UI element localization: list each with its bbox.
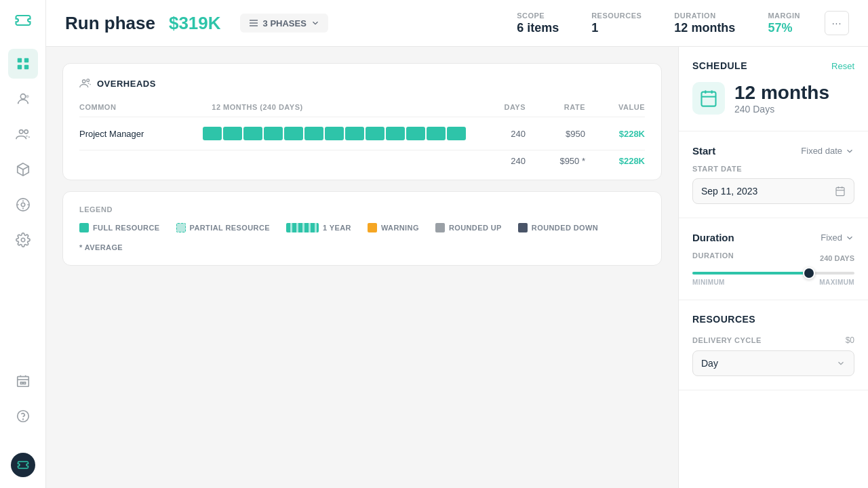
right-panel: SCHEDULE Reset 12 months 240 [678,47,868,488]
table-footer: 240 $950 * $228K [79,150,645,166]
svg-rect-11 [20,382,22,384]
sidebar-item-building[interactable] [8,366,38,396]
phases-label: 3 PHASES [263,18,307,28]
resources-title: Resources [692,314,755,325]
table-row: Project Manager [79,123,645,144]
more-button[interactable]: ··· [825,11,849,35]
legend-partial-resource: PARTIAL RESOURCE [176,223,270,232]
col-common: COMMON [79,103,206,111]
sidebar-logo[interactable] [14,11,33,33]
svg-point-19 [87,79,90,82]
schedule-months: 12 months [734,82,829,104]
chevron-down-icon-2 [845,233,854,243]
stat-resources: RESOURCES 1 [591,12,642,35]
resources-header: Resources [692,314,854,325]
calendar-icon [699,89,718,108]
user-avatar[interactable] [11,453,35,477]
legend-full-resource: FULL RESOURCE [79,223,160,232]
rounded-up-swatch [435,223,445,232]
start-field-row: Start Fixed date [692,145,854,157]
margin-value: 57% [768,21,800,35]
legend-title: LEGEND [79,205,645,214]
average-label: * AVERAGE [79,243,123,251]
col-period: 12 MONTHS (240 DAYS) [212,103,466,111]
legend-items: FULL RESOURCE PARTIAL RESOURCE 1 YEAR WA… [79,223,645,251]
stat-duration: DURATION 12 months [674,12,735,35]
duration-days-label: DURATION [692,251,734,260]
svg-rect-10 [17,377,28,387]
svg-point-6 [19,130,23,134]
reset-button[interactable]: Reset [831,61,854,71]
duration-days-row: DURATION 240 DAYS [692,251,854,265]
slider-track [692,272,854,274]
sidebar-item-dashboard[interactable] [8,49,38,79]
body-area: OVERHEADS COMMON 12 MONTHS (240 DAYS) DA… [46,47,868,488]
warning-swatch [368,223,377,232]
sidebar-item-settings[interactable] [8,225,38,255]
delivery-cycle-label: DELIVERY CYCLE [692,336,762,344]
gbar-13 [447,127,466,140]
gbar-9 [366,127,384,140]
row-rate: $950 [531,129,585,139]
overheads-icon [79,77,92,89]
gbar-11 [406,127,425,140]
sidebar-item-chat[interactable] [8,190,38,220]
partial-resource-swatch [176,223,186,232]
sidebar-item-users[interactable] [8,84,38,114]
gbar-8 [345,127,364,140]
start-date-label: START DATE [692,165,854,173]
footer-days: 240 [471,156,526,166]
overheads-card: OVERHEADS COMMON 12 MONTHS (240 DAYS) DA… [62,63,662,180]
header-value: $319K [169,13,221,34]
svg-point-8 [21,203,25,207]
phases-button[interactable]: 3 PHASES [240,14,328,33]
svg-rect-24 [836,188,844,196]
sidebar-item-box[interactable] [8,155,38,184]
schedule-header: SCHEDULE Reset [692,60,854,71]
duration-slider[interactable] [692,272,854,274]
delivery-cycle-value: $0 [846,336,854,345]
svg-rect-2 [17,65,21,69]
scope-value: 6 items [517,21,559,35]
rounded-down-swatch [518,223,528,232]
schedule-summary: 12 months 240 Days [692,82,854,115]
svg-point-18 [83,80,86,83]
svg-point-14 [22,419,23,420]
page-title: Run phase [65,13,155,34]
start-type-selector[interactable]: Fixed date [801,146,854,156]
legend-rounded-up: ROUNDED UP [435,223,502,232]
svg-rect-0 [17,58,21,62]
duration-type-selector[interactable]: Fixed [821,232,854,243]
col-value: VALUE [591,103,645,111]
start-label: Start [692,145,715,157]
start-section: Start Fixed date START DATE Sep 11, 2023 [679,131,868,218]
center-content: OVERHEADS COMMON 12 MONTHS (240 DAYS) DA… [46,47,678,488]
start-date-value: Sep 11, 2023 [701,186,757,197]
start-date-input[interactable]: Sep 11, 2023 [692,178,854,204]
stat-scope: SCOPE 6 items [517,12,559,35]
overheads-title: OVERHEADS [97,79,156,89]
warning-label: WARNING [381,224,419,232]
gbar-5 [284,127,303,140]
page-header: Run phase $319K 3 PHASES SCOPE 6 items R… [46,0,868,47]
row-days: 240 [471,129,526,139]
table-header: COMMON 12 MONTHS (240 DAYS) DAYS RATE VA… [79,100,645,117]
gbar-4 [264,127,283,140]
calendar-small-icon [835,186,846,197]
duration-field-label: Duration [692,232,734,243]
sidebar-item-help[interactable] [8,401,38,431]
slider-thumb[interactable] [803,267,815,279]
slider-max-label: MAXIMUM [819,279,854,286]
day-select[interactable]: Day [692,350,854,376]
svg-point-4 [20,94,25,99]
rounded-down-label: ROUNDED DOWN [532,224,598,232]
sidebar [0,0,46,488]
schedule-months-info: 12 months 240 Days [734,82,829,115]
main-content: Run phase $319K 3 PHASES SCOPE 6 items R… [46,0,868,488]
stat-margin: MARGIN 57% [768,12,800,35]
duration-section: Duration Fixed DURATION 240 DAYS [679,218,868,300]
sidebar-item-team[interactable] [8,119,38,149]
partial-resource-label: PARTIAL RESOURCE [190,224,270,232]
footer-value: $228K [591,156,645,166]
resources-value: 1 [591,21,642,35]
